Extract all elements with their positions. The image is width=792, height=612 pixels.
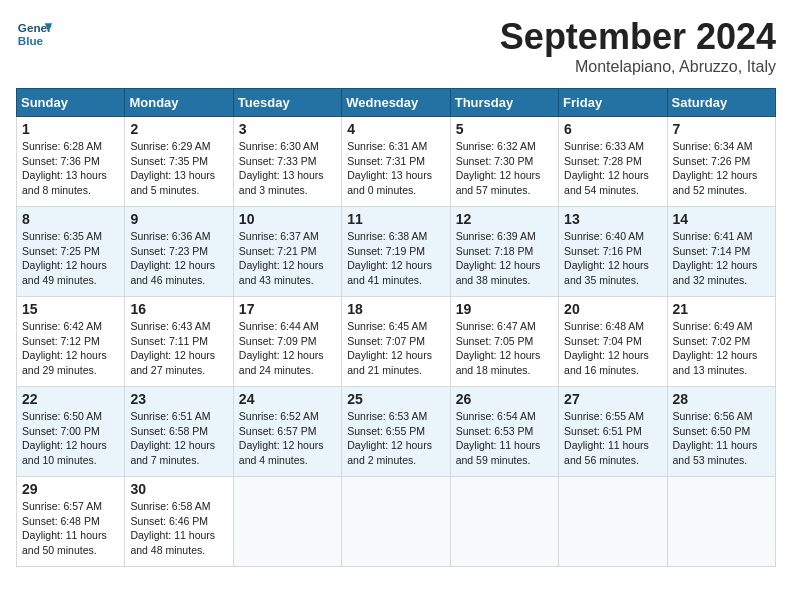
table-row: [450, 477, 558, 567]
day-number: 29: [22, 481, 119, 497]
calendar-week-row: 29Sunrise: 6:57 AMSunset: 6:48 PMDayligh…: [17, 477, 776, 567]
table-row: 18Sunrise: 6:45 AMSunset: 7:07 PMDayligh…: [342, 297, 450, 387]
day-info: Sunrise: 6:30 AMSunset: 7:33 PMDaylight:…: [239, 139, 336, 198]
day-number: 16: [130, 301, 227, 317]
logo-icon: General Blue: [16, 16, 52, 52]
day-number: 21: [673, 301, 770, 317]
table-row: 28Sunrise: 6:56 AMSunset: 6:50 PMDayligh…: [667, 387, 775, 477]
table-row: 11Sunrise: 6:38 AMSunset: 7:19 PMDayligh…: [342, 207, 450, 297]
day-number: 15: [22, 301, 119, 317]
table-row: 29Sunrise: 6:57 AMSunset: 6:48 PMDayligh…: [17, 477, 125, 567]
day-number: 20: [564, 301, 661, 317]
day-number: 24: [239, 391, 336, 407]
table-row: 4Sunrise: 6:31 AMSunset: 7:31 PMDaylight…: [342, 117, 450, 207]
day-number: 11: [347, 211, 444, 227]
col-sunday: Sunday: [17, 89, 125, 117]
table-row: 20Sunrise: 6:48 AMSunset: 7:04 PMDayligh…: [559, 297, 667, 387]
day-number: 9: [130, 211, 227, 227]
day-info: Sunrise: 6:40 AMSunset: 7:16 PMDaylight:…: [564, 229, 661, 288]
table-row: 23Sunrise: 6:51 AMSunset: 6:58 PMDayligh…: [125, 387, 233, 477]
day-info: Sunrise: 6:29 AMSunset: 7:35 PMDaylight:…: [130, 139, 227, 198]
day-number: 18: [347, 301, 444, 317]
page-header: General Blue September 2024 Montelapiano…: [16, 16, 776, 76]
day-info: Sunrise: 6:54 AMSunset: 6:53 PMDaylight:…: [456, 409, 553, 468]
day-info: Sunrise: 6:45 AMSunset: 7:07 PMDaylight:…: [347, 319, 444, 378]
day-info: Sunrise: 6:57 AMSunset: 6:48 PMDaylight:…: [22, 499, 119, 558]
day-info: Sunrise: 6:52 AMSunset: 6:57 PMDaylight:…: [239, 409, 336, 468]
day-number: 8: [22, 211, 119, 227]
day-info: Sunrise: 6:35 AMSunset: 7:25 PMDaylight:…: [22, 229, 119, 288]
day-number: 1: [22, 121, 119, 137]
table-row: 27Sunrise: 6:55 AMSunset: 6:51 PMDayligh…: [559, 387, 667, 477]
day-info: Sunrise: 6:42 AMSunset: 7:12 PMDaylight:…: [22, 319, 119, 378]
day-number: 17: [239, 301, 336, 317]
table-row: 30Sunrise: 6:58 AMSunset: 6:46 PMDayligh…: [125, 477, 233, 567]
day-info: Sunrise: 6:47 AMSunset: 7:05 PMDaylight:…: [456, 319, 553, 378]
day-number: 27: [564, 391, 661, 407]
svg-text:Blue: Blue: [18, 34, 44, 47]
day-info: Sunrise: 6:58 AMSunset: 6:46 PMDaylight:…: [130, 499, 227, 558]
day-info: Sunrise: 6:55 AMSunset: 6:51 PMDaylight:…: [564, 409, 661, 468]
table-row: 8Sunrise: 6:35 AMSunset: 7:25 PMDaylight…: [17, 207, 125, 297]
day-number: 7: [673, 121, 770, 137]
day-info: Sunrise: 6:41 AMSunset: 7:14 PMDaylight:…: [673, 229, 770, 288]
day-number: 14: [673, 211, 770, 227]
table-row: 17Sunrise: 6:44 AMSunset: 7:09 PMDayligh…: [233, 297, 341, 387]
table-row: 14Sunrise: 6:41 AMSunset: 7:14 PMDayligh…: [667, 207, 775, 297]
table-row: 24Sunrise: 6:52 AMSunset: 6:57 PMDayligh…: [233, 387, 341, 477]
title-block: September 2024 Montelapiano, Abruzzo, It…: [500, 16, 776, 76]
table-row: [667, 477, 775, 567]
table-row: 22Sunrise: 6:50 AMSunset: 7:00 PMDayligh…: [17, 387, 125, 477]
table-row: 10Sunrise: 6:37 AMSunset: 7:21 PMDayligh…: [233, 207, 341, 297]
day-info: Sunrise: 6:50 AMSunset: 7:00 PMDaylight:…: [22, 409, 119, 468]
calendar-table: Sunday Monday Tuesday Wednesday Thursday…: [16, 88, 776, 567]
table-row: 2Sunrise: 6:29 AMSunset: 7:35 PMDaylight…: [125, 117, 233, 207]
day-info: Sunrise: 6:53 AMSunset: 6:55 PMDaylight:…: [347, 409, 444, 468]
day-info: Sunrise: 6:28 AMSunset: 7:36 PMDaylight:…: [22, 139, 119, 198]
table-row: 12Sunrise: 6:39 AMSunset: 7:18 PMDayligh…: [450, 207, 558, 297]
calendar-week-row: 15Sunrise: 6:42 AMSunset: 7:12 PMDayligh…: [17, 297, 776, 387]
day-number: 5: [456, 121, 553, 137]
day-info: Sunrise: 6:33 AMSunset: 7:28 PMDaylight:…: [564, 139, 661, 198]
table-row: [233, 477, 341, 567]
calendar-week-row: 22Sunrise: 6:50 AMSunset: 7:00 PMDayligh…: [17, 387, 776, 477]
location-subtitle: Montelapiano, Abruzzo, Italy: [500, 58, 776, 76]
day-number: 12: [456, 211, 553, 227]
col-friday: Friday: [559, 89, 667, 117]
table-row: 25Sunrise: 6:53 AMSunset: 6:55 PMDayligh…: [342, 387, 450, 477]
table-row: 5Sunrise: 6:32 AMSunset: 7:30 PMDaylight…: [450, 117, 558, 207]
day-info: Sunrise: 6:36 AMSunset: 7:23 PMDaylight:…: [130, 229, 227, 288]
day-number: 30: [130, 481, 227, 497]
table-row: [342, 477, 450, 567]
day-number: 10: [239, 211, 336, 227]
calendar-week-row: 8Sunrise: 6:35 AMSunset: 7:25 PMDaylight…: [17, 207, 776, 297]
day-info: Sunrise: 6:49 AMSunset: 7:02 PMDaylight:…: [673, 319, 770, 378]
col-tuesday: Tuesday: [233, 89, 341, 117]
table-row: 13Sunrise: 6:40 AMSunset: 7:16 PMDayligh…: [559, 207, 667, 297]
table-row: [559, 477, 667, 567]
day-info: Sunrise: 6:38 AMSunset: 7:19 PMDaylight:…: [347, 229, 444, 288]
day-info: Sunrise: 6:37 AMSunset: 7:21 PMDaylight:…: [239, 229, 336, 288]
col-monday: Monday: [125, 89, 233, 117]
day-number: 26: [456, 391, 553, 407]
day-number: 3: [239, 121, 336, 137]
table-row: 15Sunrise: 6:42 AMSunset: 7:12 PMDayligh…: [17, 297, 125, 387]
day-info: Sunrise: 6:48 AMSunset: 7:04 PMDaylight:…: [564, 319, 661, 378]
table-row: 6Sunrise: 6:33 AMSunset: 7:28 PMDaylight…: [559, 117, 667, 207]
col-thursday: Thursday: [450, 89, 558, 117]
table-row: 3Sunrise: 6:30 AMSunset: 7:33 PMDaylight…: [233, 117, 341, 207]
month-year-title: September 2024: [500, 16, 776, 58]
day-number: 2: [130, 121, 227, 137]
day-number: 25: [347, 391, 444, 407]
day-info: Sunrise: 6:51 AMSunset: 6:58 PMDaylight:…: [130, 409, 227, 468]
day-number: 28: [673, 391, 770, 407]
table-row: 19Sunrise: 6:47 AMSunset: 7:05 PMDayligh…: [450, 297, 558, 387]
day-info: Sunrise: 6:39 AMSunset: 7:18 PMDaylight:…: [456, 229, 553, 288]
table-row: 26Sunrise: 6:54 AMSunset: 6:53 PMDayligh…: [450, 387, 558, 477]
table-row: 21Sunrise: 6:49 AMSunset: 7:02 PMDayligh…: [667, 297, 775, 387]
day-number: 13: [564, 211, 661, 227]
calendar-header-row: Sunday Monday Tuesday Wednesday Thursday…: [17, 89, 776, 117]
col-wednesday: Wednesday: [342, 89, 450, 117]
day-info: Sunrise: 6:34 AMSunset: 7:26 PMDaylight:…: [673, 139, 770, 198]
day-info: Sunrise: 6:44 AMSunset: 7:09 PMDaylight:…: [239, 319, 336, 378]
